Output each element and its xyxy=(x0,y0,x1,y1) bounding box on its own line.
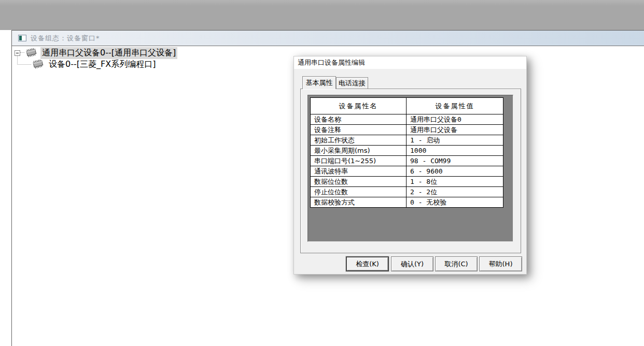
property-name-cell: 最小采集周期(ms) xyxy=(311,146,407,156)
property-name-cell: 设备注释 xyxy=(311,125,407,135)
property-value-cell[interactable]: 0 - 无校验 xyxy=(407,197,503,208)
property-value-cell[interactable]: 2 - 2位 xyxy=(407,187,503,197)
table-row[interactable]: 停止位位数 2 - 2位 xyxy=(311,187,503,197)
property-name-cell: 数据校验方式 xyxy=(311,197,407,208)
chip-icon xyxy=(31,60,45,69)
dialog-titlebar[interactable]: 通用串口设备属性编辑 xyxy=(294,56,526,69)
table-row[interactable]: 设备名称 通用串口父设备0 xyxy=(311,114,503,125)
device-config-titlebar[interactable]: 设备组态：设备窗口* xyxy=(12,31,644,46)
tree-item-parent-device[interactable]: 通用串口父设备0--[通用串口父设备] xyxy=(15,47,177,59)
property-value-cell[interactable]: 通用串口父设备0 xyxy=(407,114,503,125)
table-row[interactable]: 设备注释 通用串口父设备 xyxy=(311,125,503,135)
table-row[interactable]: 数据位位数 1 - 8位 xyxy=(311,177,503,187)
dialog-title: 通用串口设备属性编辑 xyxy=(298,58,365,67)
property-value-cell[interactable]: 1 - 启动 xyxy=(407,135,503,146)
window-icon xyxy=(18,35,26,41)
tree-dash xyxy=(20,52,24,53)
dialog-button-row: 检查(K) 确认(Y) 取消(C) 帮助(H) xyxy=(294,256,526,271)
tab-phone-connection[interactable]: 电话连接 xyxy=(336,77,368,89)
table-row[interactable]: 数据校验方式 0 - 无校验 xyxy=(311,197,503,208)
cancel-button[interactable]: 取消(C) xyxy=(435,256,478,271)
tree-item-child-device[interactable]: 设备0--[三菱_FX系列编程口] xyxy=(31,59,157,70)
property-name-cell: 数据位位数 xyxy=(311,177,407,187)
property-value-cell[interactable]: 1 - 8位 xyxy=(407,177,503,187)
property-value-cell[interactable]: 1000 xyxy=(407,146,503,156)
window-title: 设备组态：设备窗口* xyxy=(31,34,100,43)
desktop-background xyxy=(0,0,644,30)
tree-item-label[interactable]: 通用串口父设备0--[通用串口父设备] xyxy=(40,47,177,59)
basic-properties-tab-page: 设备属性名 设备属性值 设备名称 通用串口父设备0 设备注释 通用串口父设备 初… xyxy=(300,89,521,253)
table-row[interactable]: 初始工作状态 1 - 启动 xyxy=(311,135,503,146)
property-value-cell[interactable]: 通用串口父设备 xyxy=(407,125,503,135)
chip-icon xyxy=(24,48,38,57)
property-name-cell: 串口端口号(1~255) xyxy=(311,156,407,166)
column-header-property-name: 设备属性名 xyxy=(311,98,407,114)
property-name-cell: 设备名称 xyxy=(311,114,407,125)
property-value-cell[interactable]: 98 - COM99 xyxy=(407,156,503,166)
help-button[interactable]: 帮助(H) xyxy=(479,256,522,271)
property-grid-panel: 设备属性名 设备属性值 设备名称 通用串口父设备0 设备注释 通用串口父设备 初… xyxy=(307,95,513,242)
tree-item-label[interactable]: 设备0--[三菱_FX系列编程口] xyxy=(47,59,157,70)
property-name-cell: 停止位位数 xyxy=(311,187,407,197)
table-row[interactable]: 通讯波特率 6 - 9600 xyxy=(311,166,503,177)
property-value-cell[interactable]: 6 - 9600 xyxy=(407,166,503,177)
table-row[interactable]: 最小采集周期(ms) 1000 xyxy=(311,146,503,156)
confirm-button[interactable]: 确认(Y) xyxy=(391,256,433,271)
property-name-cell: 初始工作状态 xyxy=(311,135,407,146)
tree-collapse-icon[interactable] xyxy=(15,50,20,56)
table-header-row: 设备属性名 设备属性值 xyxy=(311,98,503,114)
serial-device-properties-dialog: 通用串口设备属性编辑 基本属性 电话连接 设备属性名 设备属性值 设备名称 通用… xyxy=(293,56,527,275)
property-table: 设备属性名 设备属性值 设备名称 通用串口父设备0 设备注释 通用串口父设备 初… xyxy=(310,97,503,208)
table-row[interactable]: 串口端口号(1~255) 98 - COM99 xyxy=(311,156,503,166)
tab-basic-properties[interactable]: 基本属性 xyxy=(302,76,336,89)
column-header-property-value: 设备属性值 xyxy=(407,98,503,114)
property-name-cell: 通讯波特率 xyxy=(311,166,407,177)
check-button[interactable]: 检查(K) xyxy=(346,256,389,271)
